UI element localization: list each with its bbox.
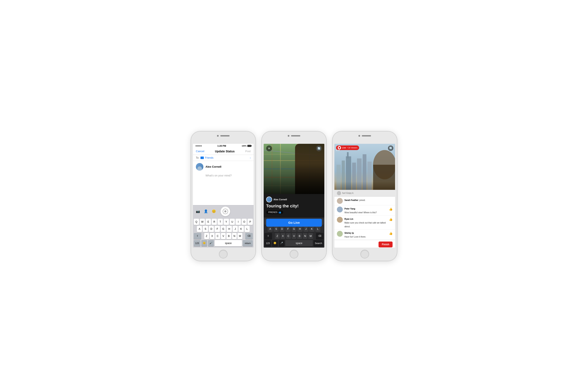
audience-text: Friends	[205, 156, 213, 159]
comment-text-2: Make sure you check out that cafe we tal…	[344, 222, 386, 228]
key2-space[interactable]: space	[285, 240, 313, 246]
key2-h[interactable]: H	[297, 226, 302, 232]
flip-camera-button-2[interactable]: 🔄	[316, 146, 322, 151]
key2-l[interactable]: L	[315, 226, 320, 232]
key2-f[interactable]: F	[285, 226, 290, 232]
phones-container: ●●●●● 1:20 PM 100% Cancel Update Status …	[191, 131, 397, 261]
key2-delete[interactable]: ⌫	[316, 233, 324, 239]
key-n[interactable]: N	[232, 233, 237, 239]
commenter-name-3: Shirley Ip	[344, 232, 354, 234]
key2-m[interactable]: M	[308, 233, 313, 239]
status-bar-1: ●●●●● 1:20 PM 100%	[193, 144, 254, 148]
key2-s[interactable]: S	[273, 226, 279, 232]
commenter-avatar-3	[337, 231, 343, 237]
to-label: To:	[196, 156, 199, 159]
key-e[interactable]: E	[206, 219, 211, 225]
phone-2: ✕ 🔄 Alex Cornell Touring the city! FRIEN…	[262, 131, 326, 261]
camera-icon[interactable]: 📷	[196, 209, 200, 213]
key-p[interactable]: P	[248, 219, 253, 225]
key-q[interactable]: Q	[194, 219, 199, 225]
key-u[interactable]: U	[230, 219, 235, 225]
like-button-3[interactable]: 👍	[389, 232, 393, 235]
key2-b[interactable]: B	[297, 233, 302, 239]
avatar-1	[196, 163, 203, 170]
key-k[interactable]: K	[239, 226, 244, 232]
comment-item-0: Sarah Feather joined.	[334, 197, 395, 205]
commenter-avatar-0	[337, 198, 343, 204]
key-x[interactable]: X	[210, 233, 215, 239]
key-g[interactable]: G	[221, 226, 226, 232]
svg-rect-16	[347, 152, 349, 158]
key-j[interactable]: J	[233, 226, 238, 232]
key-t[interactable]: T	[218, 219, 223, 225]
key2-a[interactable]: A	[268, 226, 273, 232]
key2-shift[interactable]: ⇧	[264, 233, 272, 239]
key-emoji[interactable]: 😊	[201, 240, 207, 246]
key-delete[interactable]: ⌫	[245, 233, 253, 239]
key2-k[interactable]: K	[309, 226, 314, 232]
flip-camera-button-3[interactable]: 🔄	[388, 146, 393, 151]
key2-x[interactable]: X	[281, 233, 285, 239]
phone-3-camera	[358, 135, 360, 137]
phone-1-home-button[interactable]	[219, 250, 228, 258]
key-c[interactable]: C	[215, 233, 220, 239]
signal-icons: ●●●●●	[195, 144, 202, 147]
key-s[interactable]: S	[203, 226, 208, 232]
key-a[interactable]: A	[197, 226, 202, 232]
like-button-1[interactable]: 👍	[389, 208, 393, 211]
comment-text-1: Wow beautiful view! Where is this?	[344, 212, 377, 214]
key-i[interactable]: I	[236, 219, 241, 225]
key-mic[interactable]: 🎤	[208, 240, 214, 246]
page-title-1: Update Status	[215, 150, 235, 153]
comment-item-2: Ryan Lin Make sure you check out that ca…	[334, 216, 395, 230]
commenter-avatar-2	[337, 217, 343, 223]
key-shift[interactable]: ⇧	[194, 233, 201, 239]
key2-z[interactable]: Z	[275, 233, 280, 239]
key-y[interactable]: Y	[224, 219, 229, 225]
key2-g[interactable]: G	[291, 226, 297, 232]
friends-icon: 👥	[200, 156, 204, 159]
key-h[interactable]: H	[227, 226, 232, 232]
post-button[interactable]: Post	[245, 150, 251, 153]
key-return[interactable]: return	[243, 240, 253, 246]
key-space[interactable]: space	[215, 240, 242, 246]
cancel-button[interactable]: Cancel	[196, 150, 204, 153]
status-input[interactable]: What's on your mind?	[193, 173, 254, 205]
tag-icon[interactable]: 👤	[204, 209, 208, 213]
key-r[interactable]: R	[212, 219, 217, 225]
phone-3-screen: Live • 18 Viewers 2:34 🔄 fun!	[334, 144, 395, 248]
live-button-highlight[interactable]	[221, 206, 230, 216]
key-w[interactable]: W	[200, 219, 205, 225]
phone-2-screen: ✕ 🔄 Alex Cornell Touring the city! FRIEN…	[264, 144, 324, 248]
battery-icon	[247, 145, 251, 147]
emoji-icon[interactable]: 😊	[212, 209, 216, 213]
key-d[interactable]: D	[209, 226, 214, 232]
key2-j[interactable]: J	[303, 226, 308, 232]
finish-button[interactable]: Finish	[379, 242, 393, 248]
key-o[interactable]: O	[242, 219, 247, 225]
phone-3-home-button[interactable]	[360, 250, 369, 258]
phone-2-home-button[interactable]	[290, 250, 298, 258]
key-m[interactable]: M	[237, 233, 242, 239]
key-b[interactable]: B	[226, 233, 231, 239]
key-123[interactable]: 123	[194, 240, 200, 246]
key-l[interactable]: L	[245, 226, 250, 232]
commenter-name-1: Peter Yang	[344, 208, 355, 210]
key2-c[interactable]: C	[286, 233, 291, 239]
key2-n[interactable]: N	[303, 233, 308, 239]
key2-v[interactable]: V	[292, 233, 297, 239]
key2-123[interactable]: 123	[264, 240, 271, 246]
key2-search[interactable]: Search	[313, 240, 324, 246]
key-z[interactable]: Z	[204, 233, 209, 239]
like-button-2[interactable]: 👍	[389, 218, 393, 221]
key2-emoji[interactable]: 😊	[272, 240, 278, 246]
audience-row[interactable]: To: 👥 Friends ›	[193, 155, 254, 161]
key2-mic[interactable]: 🎤	[279, 240, 285, 246]
go-live-button[interactable]: Go Live	[266, 219, 322, 227]
live-broadcast-icon	[223, 209, 228, 214]
close-button-2[interactable]: ✕	[266, 146, 272, 151]
keyboard-1[interactable]: Q W E R T Y U I O P A S	[193, 218, 254, 248]
key-v[interactable]: V	[221, 233, 226, 239]
key-f[interactable]: F	[215, 226, 220, 232]
key2-d[interactable]: D	[280, 226, 285, 232]
